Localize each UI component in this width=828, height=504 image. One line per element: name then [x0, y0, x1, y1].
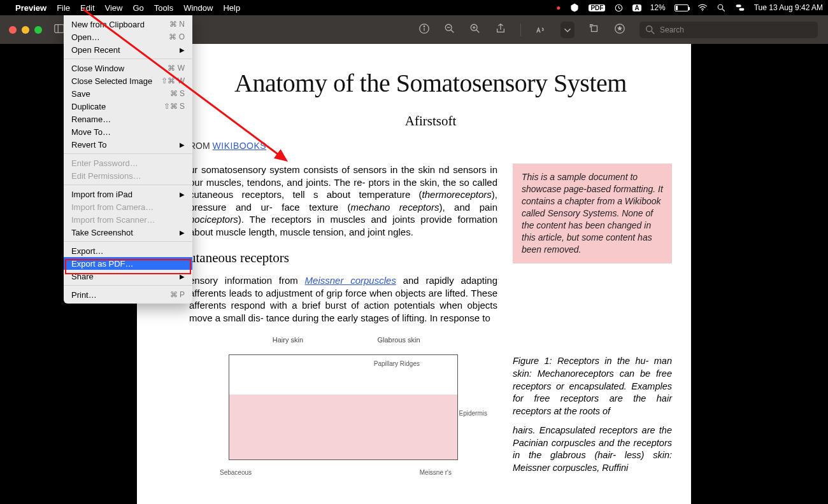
- search-placeholder: Search: [660, 25, 684, 34]
- figure-caption-a: Figure 1: Receptors in the hu- man skin:…: [513, 355, 672, 418]
- paragraph-1: ur somatosensory system consists of sens…: [189, 164, 497, 238]
- doc-subtitle: Afirstsoft: [189, 113, 672, 129]
- menu-item-print[interactable]: Print…⌘ P: [64, 288, 192, 301]
- timemachine-icon[interactable]: [614, 3, 624, 13]
- menu-item-duplicate[interactable]: Duplicate⇧⌘ S: [64, 100, 192, 113]
- menu-file[interactable]: File: [57, 3, 70, 13]
- wikibooks-prefix: ROM: [189, 141, 213, 151]
- control-center-icon[interactable]: [735, 3, 745, 13]
- menu-separator: [64, 153, 192, 154]
- menu-item-save[interactable]: Save⌘ S: [64, 87, 192, 100]
- meissner-link[interactable]: Meissner corpuscles: [305, 275, 396, 286]
- menu-item-revert-to[interactable]: Revert To▶: [64, 138, 192, 151]
- figure-caption-b: hairs. Encapsulated receptors are the Pa…: [513, 424, 672, 475]
- window-minimize-button[interactable]: [22, 26, 29, 34]
- diag-label-sebaceous: Sebaceous: [220, 468, 252, 477]
- svg-rect-17: [592, 25, 597, 31]
- svg-rect-5: [55, 24, 64, 32]
- svg-point-1: [702, 10, 703, 11]
- menu-item-edit-permissions: Edit Permissions…: [64, 169, 192, 182]
- macos-menubar: Preview File Edit View Go Tools Window H…: [0, 0, 828, 15]
- menu-item-enter-password: Enter Password…: [64, 157, 192, 169]
- battery-icon[interactable]: [675, 4, 689, 11]
- menu-separator: [64, 241, 192, 242]
- rotate-icon[interactable]: [589, 23, 600, 37]
- svg-point-2: [718, 4, 723, 10]
- diag-label-meissner: Meissne r's: [420, 468, 452, 477]
- svg-point-9: [424, 25, 424, 26]
- file-menu-dropdown: New from Clipboard⌘ NOpen…⌘ OOpen Recent…: [64, 15, 192, 304]
- menu-item-export[interactable]: Export…: [64, 244, 192, 257]
- doc-source-line: ROM WIKIBOOKS: [189, 141, 672, 151]
- menu-item-rename[interactable]: Rename…: [64, 113, 192, 125]
- menu-item-share[interactable]: Share▶: [64, 270, 192, 283]
- svg-line-14: [476, 29, 480, 32]
- menubar-datetime[interactable]: Tue 13 Aug 9:42 AM: [754, 3, 823, 12]
- auto-enhance-icon[interactable]: [614, 23, 625, 37]
- section-heading: utaneous receptors: [189, 249, 497, 267]
- info-callout-box: This is a sample document to showcase pa…: [513, 164, 672, 263]
- menu-go[interactable]: Go: [132, 3, 143, 13]
- menu-item-close-window[interactable]: Close Window⌘ W: [64, 62, 192, 74]
- svg-point-19: [646, 25, 652, 31]
- menu-help[interactable]: Help: [223, 3, 240, 13]
- menu-item-export-as-pdf[interactable]: Export as PDF…: [64, 257, 192, 270]
- menu-item-new-from-clipboard[interactable]: New from Clipboard⌘ N: [64, 18, 192, 31]
- menu-item-import-from-camera: Import from Camera…: [64, 200, 192, 213]
- markup-icon[interactable]: [535, 23, 546, 37]
- app-name[interactable]: Preview: [15, 3, 46, 13]
- svg-rect-3: [736, 4, 741, 7]
- window-zoom-button[interactable]: [34, 26, 42, 34]
- menu-item-close-selected-image[interactable]: Close Selected Image⇧⌘ W: [64, 74, 192, 87]
- diag-label-hairy: Hairy skin: [233, 335, 342, 344]
- right-column: This is a sample document to showcase pa…: [513, 164, 672, 479]
- diag-label-glabrous: Glabrous skin: [345, 335, 453, 344]
- wikibooks-link[interactable]: WIKIBOOKS: [213, 141, 267, 151]
- menu-edit[interactable]: Edit: [80, 3, 94, 13]
- menu-separator: [64, 285, 192, 286]
- left-column: ur somatosensory system consists of sens…: [189, 164, 497, 479]
- markup-dropdown-button[interactable]: [560, 22, 575, 38]
- toolbar-separator: [520, 24, 521, 36]
- malwarebytes-icon[interactable]: [569, 3, 580, 13]
- window-close-button[interactable]: [9, 26, 17, 34]
- menu-item-import-from-scanner: Import from Scanner…: [64, 213, 192, 226]
- wifi-icon[interactable]: [697, 3, 708, 13]
- info-icon[interactable]: [418, 23, 430, 37]
- share-icon[interactable]: [495, 23, 506, 37]
- zoom-out-icon[interactable]: [444, 23, 455, 37]
- document-page: Anatomy of the Somatosensory System Afir…: [137, 44, 691, 504]
- skin-diagram: Hairy skin Glabrous skin Papillary Ridge…: [222, 333, 464, 479]
- search-icon: [645, 24, 656, 36]
- search-input[interactable]: Search: [639, 22, 818, 38]
- pdf-status-icon[interactable]: PDF: [589, 4, 605, 11]
- menu-separator: [64, 185, 192, 185]
- menu-tools[interactable]: Tools: [154, 3, 173, 13]
- menu-item-move-to[interactable]: Move To…: [64, 125, 192, 138]
- svg-line-11: [451, 29, 454, 32]
- recording-indicator-icon[interactable]: ●: [556, 3, 560, 12]
- menu-item-import-from-ipad[interactable]: Import from iPad▶: [64, 188, 192, 200]
- menu-item-take-screenshot[interactable]: Take Screenshot▶: [64, 226, 192, 239]
- diag-label-papillary: Papillary Ridges: [374, 360, 420, 368]
- spotlight-icon[interactable]: [717, 3, 726, 13]
- diag-label-epidermis: Epidermis: [459, 409, 487, 417]
- menu-view[interactable]: View: [105, 3, 123, 13]
- paragraph-2: ensory information from Meissner corpusc…: [189, 274, 497, 324]
- menu-item-open[interactable]: Open…⌘ O: [64, 31, 192, 43]
- zoom-in-icon[interactable]: [469, 23, 481, 37]
- svg-rect-4: [739, 8, 744, 11]
- doc-title: Anatomy of the Somatosensory System: [189, 68, 672, 98]
- menu-separator: [64, 59, 192, 59]
- menu-item-open-recent[interactable]: Open Recent▶: [64, 43, 192, 56]
- menu-window[interactable]: Window: [183, 3, 213, 13]
- input-source-icon[interactable]: A: [632, 4, 641, 11]
- battery-percent[interactable]: 12%: [650, 3, 666, 12]
